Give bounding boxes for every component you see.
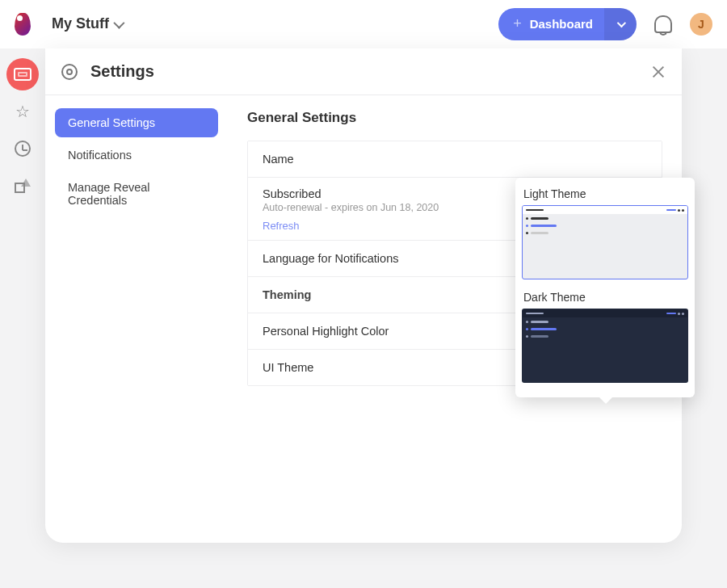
- sidebar-item-general[interactable]: General Settings: [55, 108, 218, 137]
- section-label: Theming: [263, 288, 311, 301]
- new-dashboard-button[interactable]: + Dashboard: [498, 8, 637, 40]
- new-dashboard-label: Dashboard: [522, 8, 604, 40]
- subscribed-subtext: Auto-renewal - expires on Jun 18, 2020: [263, 202, 439, 213]
- plus-icon: +: [498, 8, 522, 40]
- theme-option-dark[interactable]: [522, 309, 688, 383]
- sidebar-item-notifications[interactable]: Notifications: [55, 141, 218, 170]
- content-heading: General Settings: [247, 110, 662, 126]
- notifications-bell-icon[interactable]: [654, 15, 672, 33]
- theme-option-dark-label: Dark Theme: [522, 288, 688, 309]
- theme-popover: Light Theme Dark Theme: [515, 178, 695, 397]
- rail-item-dashboards[interactable]: [6, 58, 39, 90]
- row-label: UI Theme: [263, 361, 313, 374]
- chevron-down-icon: [617, 18, 626, 27]
- app-logo-icon: [15, 13, 31, 36]
- sidebar-item-credentials[interactable]: Manage Reveal Credentials: [55, 173, 218, 215]
- sidebar-item-label: General Settings: [68, 116, 155, 129]
- sidebar-item-label: Notifications: [68, 149, 132, 162]
- dashboard-icon: [14, 68, 32, 81]
- row-label: Language for Notifications: [263, 252, 398, 265]
- row-label: Personal Highlight Color: [263, 325, 389, 338]
- gear-icon: [61, 64, 78, 80]
- shapes-icon: [15, 178, 31, 193]
- row-name[interactable]: Name: [248, 141, 662, 178]
- left-rail: ☆: [0, 48, 45, 202]
- close-icon[interactable]: [651, 65, 666, 79]
- settings-sidebar: General Settings Notifications Manage Re…: [45, 95, 228, 543]
- workspace-title-text: My Stuff: [52, 15, 109, 32]
- rail-item-recent[interactable]: [6, 132, 39, 165]
- chevron-down-icon: [113, 17, 124, 28]
- rail-item-analytics[interactable]: [6, 170, 39, 202]
- modal-header: Settings: [45, 48, 682, 95]
- row-label: Subscribed: [263, 187, 439, 200]
- rail-item-favorites[interactable]: ☆: [6, 95, 39, 128]
- theme-option-light-label: Light Theme: [522, 184, 688, 205]
- row-label: Name: [263, 153, 294, 166]
- theme-option-light[interactable]: [522, 205, 688, 279]
- clock-icon: [15, 141, 31, 157]
- sidebar-item-label: Manage Reveal Credentials: [68, 181, 150, 207]
- modal-title: Settings: [90, 62, 154, 81]
- top-bar: My Stuff + Dashboard J: [0, 0, 727, 48]
- new-dashboard-split-dropdown[interactable]: [604, 8, 637, 40]
- user-avatar[interactable]: J: [690, 13, 712, 36]
- star-icon: ☆: [15, 102, 30, 121]
- refresh-link[interactable]: Refresh: [263, 220, 439, 232]
- avatar-initial: J: [698, 18, 704, 31]
- workspace-title[interactable]: My Stuff: [52, 15, 122, 32]
- app-body: ☆ Settings General Settings Notification…: [0, 48, 727, 588]
